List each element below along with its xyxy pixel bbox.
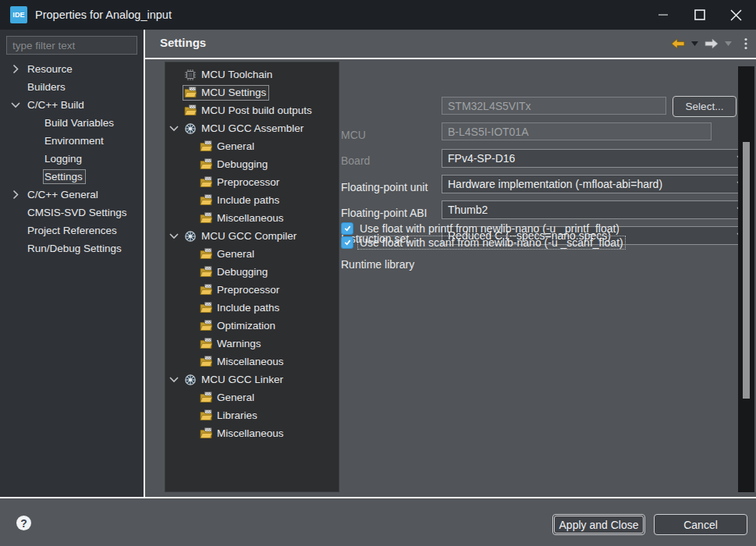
sidebar-item-label: C/C++ Build: [27, 99, 84, 111]
maximize-button[interactable]: [681, 0, 718, 30]
sidebar-item-cmsis-svd-settings[interactable]: CMSIS-SVD Settings: [0, 204, 144, 222]
sidebar-item-label: Build Variables: [44, 117, 114, 129]
sidebar-item-project-references[interactable]: Project References: [0, 222, 144, 239]
tool-item-preprocessor[interactable]: Preprocessor: [165, 281, 339, 299]
tool-item-label: MCU GCC Assembler: [201, 122, 303, 134]
tool-item-include-paths[interactable]: Include paths: [165, 191, 339, 209]
tool-item-general[interactable]: General: [165, 137, 339, 155]
back-arrow-icon: [671, 38, 685, 49]
tool-item-debugging[interactable]: Debugging: [165, 263, 339, 281]
folder-icon: [200, 410, 212, 422]
chevron-expanded-icon[interactable]: [169, 123, 179, 133]
wheel-icon: [184, 122, 197, 135]
tool-item-mcu-toolchain[interactable]: MCU Toolchain: [165, 66, 339, 83]
minimize-button[interactable]: [644, 0, 681, 30]
vertical-scrollbar[interactable]: [738, 66, 754, 492]
tool-item-libraries[interactable]: Libraries: [165, 406, 339, 424]
folder-icon: [200, 284, 212, 296]
tool-item-mcu-post-build-outputs[interactable]: MCU Post build outputs: [165, 101, 339, 119]
chevron-expanded-icon[interactable]: [11, 100, 21, 110]
tool-item-preprocessor[interactable]: Preprocessor: [165, 173, 339, 191]
tool-item-label: MCU Settings: [201, 87, 266, 98]
scanf-float-checkbox[interactable]: [341, 236, 353, 249]
sidebar-item-label: Project References: [27, 225, 117, 236]
sidebar-item-label: Environment: [44, 135, 104, 147]
tool-item-label: MCU Post build outputs: [201, 105, 312, 116]
folder-icon: [200, 302, 212, 314]
tool-item-mcu-settings[interactable]: MCU Settings: [165, 83, 339, 101]
tool-item-general[interactable]: General: [165, 388, 339, 406]
chip-icon: [184, 69, 197, 81]
footer-bar: ? Apply and Close Cancel: [0, 498, 756, 546]
apply-and-close-button[interactable]: Apply and Close: [552, 514, 645, 535]
printf-float-checkbox[interactable]: [341, 222, 353, 235]
maximize-icon: [694, 9, 705, 20]
sidebar-item-c-c-build[interactable]: C/C++ Build: [0, 96, 144, 114]
tool-item-miscellaneous[interactable]: Miscellaneous: [165, 424, 339, 442]
tool-item-include-paths[interactable]: Include paths: [165, 299, 339, 317]
minimize-icon: [658, 10, 668, 20]
tool-item-optimization[interactable]: Optimization: [165, 317, 339, 335]
sidebar-item-settings[interactable]: Settings: [0, 168, 144, 186]
chevron-collapsed-icon[interactable]: [11, 190, 21, 200]
tool-item-label: Debugging: [217, 266, 268, 278]
back-button[interactable]: [669, 34, 687, 53]
folder-icon: [200, 427, 212, 440]
help-button[interactable]: ?: [16, 516, 31, 530]
tool-settings-tree: MCU ToolchainMCU SettingsMCU Post build …: [165, 62, 339, 492]
close-button[interactable]: [718, 0, 754, 30]
printf-float-checkbox-label[interactable]: Use float with printf from newlib-nano (…: [358, 222, 621, 235]
sidebar-item-c-c-general[interactable]: C/C++ General: [0, 186, 144, 204]
overflow-menu-icon: [744, 37, 747, 50]
view-menu-button[interactable]: [743, 34, 749, 53]
mcu-label: MCU: [341, 129, 366, 141]
tool-item-warnings[interactable]: Warnings: [165, 335, 339, 353]
tool-item-mcu-gcc-assembler[interactable]: MCU GCC Assembler: [165, 119, 339, 137]
chevron-expanded-icon[interactable]: [169, 231, 179, 241]
tool-item-label: Miscellaneous: [217, 212, 284, 224]
app-icon: IDE: [10, 6, 27, 23]
tool-item-mcu-gcc-linker[interactable]: MCU GCC Linker: [165, 370, 339, 388]
instruction-set-select[interactable]: Thumb2: [442, 200, 751, 219]
sidebar-item-builders[interactable]: Builders: [0, 78, 144, 96]
properties-dialog: IDE Properties for Analog_input Resource…: [0, 0, 756, 546]
category-sidebar: ResourceBuildersC/C++ BuildBuild Variabl…: [0, 30, 144, 497]
chevron-expanded-icon[interactable]: [169, 374, 179, 385]
tool-item-miscellaneous[interactable]: Miscellaneous: [165, 353, 339, 370]
folder-icon: [184, 87, 197, 99]
sidebar-item-label: Run/Debug Settings: [27, 243, 122, 254]
mcu-settings-page: MCU ToolchainMCU SettingsMCU Post build …: [145, 59, 756, 497]
page-header: Settings: [145, 30, 756, 58]
folder-icon: [200, 140, 212, 153]
floating-point-unit-label: Floating-point unit: [341, 181, 428, 193]
scanf-float-checkbox-label[interactable]: Use float with scanf from newlib-nano (-…: [358, 236, 625, 249]
titlebar: IDE Properties for Analog_input: [0, 0, 756, 30]
forward-history-menu[interactable]: [723, 34, 733, 53]
mcu-select-button[interactable]: Select...: [673, 96, 736, 117]
mcu-value-field: [442, 97, 666, 115]
chevron-collapsed-icon[interactable]: [11, 64, 21, 74]
tool-item-miscellaneous[interactable]: Miscellaneous: [165, 209, 339, 227]
scrollbar-thumb[interactable]: [743, 142, 750, 399]
cancel-button[interactable]: Cancel: [654, 514, 747, 535]
filter-input[interactable]: [6, 36, 137, 55]
floating-point-abi-select[interactable]: Hardware implementation (-mfloat-abi=har…: [442, 175, 751, 193]
tool-item-label: General: [217, 392, 254, 403]
folder-icon: [200, 392, 212, 404]
back-history-menu[interactable]: [690, 34, 700, 53]
tool-item-mcu-gcc-compiler[interactable]: MCU GCC Compiler: [165, 227, 339, 245]
printf-float-checkbox-row: Use float with printf from newlib-nano (…: [341, 222, 621, 235]
sidebar-item-resource[interactable]: Resource: [0, 60, 144, 78]
tool-item-label: Debugging: [217, 158, 268, 170]
forward-button[interactable]: [703, 34, 720, 53]
sidebar-item-build-variables[interactable]: Build Variables: [0, 114, 144, 132]
sidebar-item-logging[interactable]: Logging: [0, 150, 144, 168]
sidebar-item-run-debug-settings[interactable]: Run/Debug Settings: [0, 239, 144, 257]
folder-icon: [200, 212, 212, 225]
sidebar-item-environment[interactable]: Environment: [0, 132, 144, 150]
tool-item-label: MCU Toolchain: [201, 69, 272, 80]
floating-point-unit-select[interactable]: FPv4-SP-D16: [442, 149, 751, 168]
tool-item-general[interactable]: General: [165, 245, 339, 263]
sidebar-item-label: Builders: [27, 81, 66, 93]
tool-item-debugging[interactable]: Debugging: [165, 155, 339, 173]
